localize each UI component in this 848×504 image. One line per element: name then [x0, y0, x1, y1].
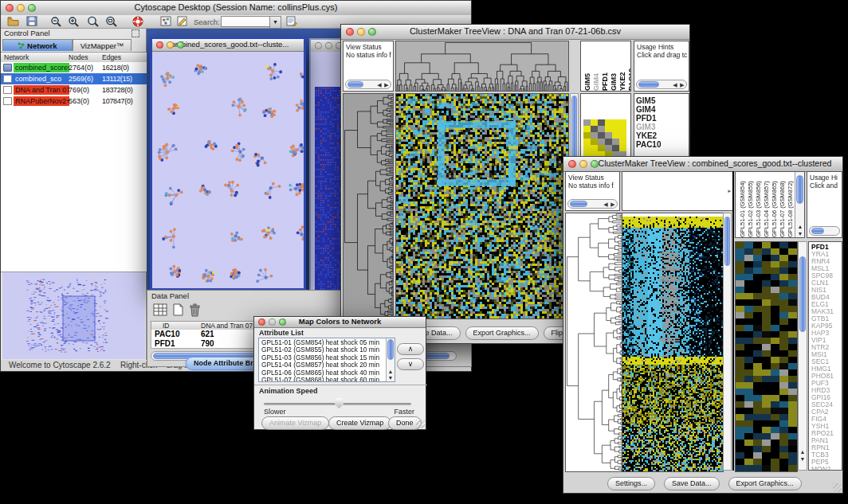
mini-heatmap-cell[interactable]: [612, 126, 619, 132]
mini-heatmap-cell[interactable]: [605, 126, 612, 132]
network-tree-row[interactable]: combined_scores2764(0)16218(0): [1, 62, 147, 73]
birdseye-view[interactable]: [2, 272, 145, 359]
scroll-thumb[interactable]: [638, 81, 659, 88]
scroll-up-icon[interactable]: ▲: [387, 369, 395, 375]
tv1-row-label[interactable]: PAC10: [634, 140, 689, 149]
mini-heatmap-cell[interactable]: [583, 132, 591, 139]
mini-heatmap-cell[interactable]: [605, 119, 612, 126]
animate-vizmap-button[interactable]: Animate Vizmap: [261, 416, 329, 430]
tv1-heatmap[interactable]: [395, 93, 569, 319]
zoom-window-icon[interactable]: [591, 160, 599, 168]
mini-heatmap-cell[interactable]: [612, 132, 619, 139]
zoom-window-icon[interactable]: [28, 4, 36, 12]
tv2-gene-label[interactable]: MON2: [809, 466, 842, 471]
mini-heatmap-cell[interactable]: [598, 139, 605, 145]
resize-grip[interactable]: [833, 483, 842, 492]
mini-heatmap-cell[interactable]: [612, 145, 619, 151]
mini-heatmap-cell[interactable]: [598, 132, 605, 139]
treeview1-titlebar[interactable]: ClusterMaker TreeView : DNA and Tran 07-…: [341, 25, 689, 40]
scroll-thumb[interactable]: [724, 217, 730, 266]
attribute-item[interactable]: GPL51-07 (GSM868) heat shock 60 min: [259, 377, 395, 382]
close-icon[interactable]: [6, 4, 14, 12]
tv1-row-label[interactable]: GIM5: [634, 96, 689, 105]
tv1-row-label[interactable]: GIM3: [634, 123, 689, 131]
scroll-right-icon[interactable]: ▶: [609, 201, 617, 208]
tv2-col-label[interactable]: GPL51-07 (GSM868): [779, 172, 786, 237]
minimize-icon[interactable]: [579, 160, 587, 168]
network-tree-row[interactable]: combined_sco2569(6)13112(15): [1, 73, 147, 84]
tab-vizmapper[interactable]: VizMapper™: [73, 39, 132, 51]
zoom-window-icon[interactable]: [279, 318, 286, 326]
mini-heatmap-cell[interactable]: [619, 132, 626, 139]
close-icon[interactable]: [156, 41, 163, 49]
tv2-status-scrollbar[interactable]: ◀ ▶: [567, 199, 618, 209]
mini-heatmap-cell[interactable]: [583, 145, 591, 151]
mini-heatmap-cell[interactable]: [591, 126, 598, 132]
tv2-col-label[interactable]: GPL51-04 (GSM857): [763, 172, 770, 237]
mini-heatmap-cell[interactable]: [605, 139, 612, 145]
zoom-window-icon[interactable]: [177, 41, 184, 49]
tv1-col-label[interactable]: PAC10: [627, 41, 631, 91]
new-document-icon[interactable]: [172, 303, 184, 316]
trash-icon[interactable]: [189, 303, 201, 317]
close-icon[interactable]: [258, 318, 265, 326]
tv1-row-label[interactable]: PFD1: [634, 114, 689, 123]
tv2-col-label[interactable]: GPL51-02 (GSM855): [747, 172, 754, 237]
table-icon[interactable]: [153, 303, 167, 316]
minimize-icon[interactable]: [17, 4, 25, 12]
tv1-col-label[interactable]: PFD1: [601, 41, 609, 91]
mini-heatmap-cell[interactable]: [598, 119, 605, 126]
move-down-button[interactable]: ∨: [397, 358, 424, 370]
annotation-icon[interactable]: [177, 16, 188, 26]
main-titlebar[interactable]: Cytoscape Desktop (Session Name: collins…: [1, 1, 471, 16]
tv2-button[interactable]: Save Data...: [664, 477, 720, 490]
mini-heatmap-cell[interactable]: [619, 119, 626, 126]
zoom-out-icon[interactable]: [50, 16, 61, 27]
mini-heatmap-cell[interactable]: [619, 139, 626, 145]
treeview2-titlebar[interactable]: ClusterMaker TreeView : combined_scores_…: [563, 157, 842, 172]
float-panel-icon[interactable]: [132, 29, 139, 37]
search-dropdown-button[interactable]: ▼: [269, 16, 281, 29]
dialog-titlebar[interactable]: Map Colors to Network: [254, 317, 426, 328]
mini-heatmap-cell[interactable]: [591, 132, 598, 139]
attribute-browser-icon[interactable]: [286, 16, 297, 26]
scroll-down-icon[interactable]: ▼: [799, 456, 807, 463]
close-icon[interactable]: [568, 160, 576, 168]
scroll-thumb[interactable]: [811, 228, 824, 234]
minimize-icon[interactable]: [269, 318, 276, 326]
tv2-gene-scrollbar[interactable]: ▲ ▼: [798, 241, 807, 471]
tv1-row-label[interactable]: YKE2: [634, 131, 689, 140]
scroll-thumb[interactable]: [347, 81, 363, 88]
scroll-thumb[interactable]: [796, 175, 803, 204]
tv2-hints-scrollbar[interactable]: [809, 226, 840, 236]
scroll-right-icon[interactable]: ▶: [383, 82, 391, 88]
zoom-fit-icon[interactable]: [105, 16, 117, 27]
open-icon[interactable]: [7, 16, 19, 26]
tv2-col-labels-scrollbar[interactable]: ▲ ▼: [795, 172, 804, 237]
tv2-col-label[interactable]: GPL51-03 (GSM856): [755, 172, 762, 237]
search-input[interactable]: [221, 16, 270, 27]
tv2-button[interactable]: Export Graphics...: [728, 477, 802, 490]
network-canvas[interactable]: [152, 52, 304, 288]
mini-heatmap-cell[interactable]: [605, 132, 612, 139]
vizmapper-icon[interactable]: [160, 16, 171, 26]
mini-heatmap-cell[interactable]: [598, 126, 605, 132]
tv2-summary-heatmap[interactable]: [735, 241, 798, 472]
mini-heatmap-cell[interactable]: [605, 145, 612, 151]
scroll-up-icon[interactable]: ▲: [796, 224, 804, 230]
mini-heatmap-cell[interactable]: [583, 139, 591, 145]
scroll-right-icon[interactable]: ▶: [678, 82, 686, 88]
move-up-button[interactable]: ∧: [397, 343, 424, 355]
resize-grip[interactable]: [416, 420, 425, 428]
tv1-button[interactable]: Export Graphics...: [465, 326, 539, 340]
tv1-column-dendrogram[interactable]: [395, 41, 569, 92]
network-tree-row[interactable]: DNA and Tran 07769(0)183728(0): [1, 84, 147, 96]
tv1-mini-heatmap[interactable]: [583, 119, 626, 158]
scroll-down-icon[interactable]: ▼: [387, 375, 395, 381]
tv1-col-label[interactable]: GIM5: [583, 41, 591, 91]
tv1-row-label[interactable]: GIM4: [634, 105, 689, 114]
tv2-vscrollbar[interactable]: [723, 213, 732, 471]
mini-heatmap-cell[interactable]: [619, 126, 626, 132]
tv2-row-dendrogram[interactable]: [565, 213, 623, 472]
scroll-thumb[interactable]: [387, 339, 394, 360]
